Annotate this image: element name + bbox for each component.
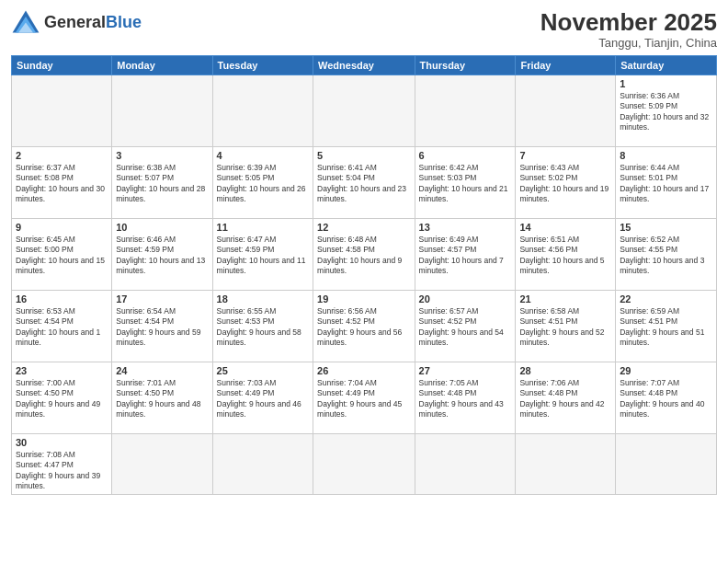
table-row [212, 433, 313, 495]
col-tuesday: Tuesday [212, 55, 313, 75]
day-number: 25 [217, 365, 309, 376]
day-info: Sunrise: 6:37 AM Sunset: 5:08 PM Dayligh… [16, 163, 108, 205]
day-info: Sunrise: 7:03 AM Sunset: 4:49 PM Dayligh… [217, 378, 309, 420]
header: GeneralBlue November 2025 Tanggu, Tianji… [11, 9, 717, 50]
day-info: Sunrise: 6:49 AM Sunset: 4:57 PM Dayligh… [419, 235, 512, 277]
day-number: 13 [419, 222, 512, 233]
day-number: 27 [419, 365, 512, 376]
table-row [313, 433, 415, 495]
table-row [516, 75, 616, 146]
day-number: 29 [620, 365, 712, 376]
table-row: 18Sunrise: 6:55 AM Sunset: 4:53 PM Dayli… [212, 290, 313, 362]
day-info: Sunrise: 6:47 AM Sunset: 4:59 PM Dayligh… [217, 235, 309, 277]
page-container: GeneralBlue November 2025 Tanggu, Tianji… [0, 0, 728, 563]
col-sunday: Sunday [12, 55, 112, 75]
day-info: Sunrise: 6:46 AM Sunset: 4:59 PM Dayligh… [116, 235, 208, 277]
table-row [313, 75, 415, 146]
day-info: Sunrise: 6:36 AM Sunset: 5:09 PM Dayligh… [620, 91, 712, 133]
day-info: Sunrise: 7:06 AM Sunset: 4:48 PM Dayligh… [519, 378, 611, 420]
day-number: 21 [519, 293, 611, 304]
day-info: Sunrise: 7:01 AM Sunset: 4:50 PM Dayligh… [116, 378, 208, 420]
table-row [616, 433, 717, 495]
table-row [415, 433, 516, 495]
day-number: 10 [116, 222, 208, 233]
day-number: 18 [217, 293, 309, 304]
day-number: 16 [16, 293, 108, 304]
day-info: Sunrise: 6:54 AM Sunset: 4:54 PM Dayligh… [116, 306, 208, 349]
col-thursday: Thursday [415, 55, 516, 75]
col-friday: Friday [516, 55, 616, 75]
table-row: 16Sunrise: 6:53 AM Sunset: 4:54 PM Dayli… [12, 290, 112, 362]
table-row: 22Sunrise: 6:59 AM Sunset: 4:51 PM Dayli… [616, 290, 717, 362]
day-info: Sunrise: 6:58 AM Sunset: 4:51 PM Dayligh… [519, 306, 611, 349]
day-number: 6 [419, 150, 512, 161]
table-row: 28Sunrise: 7:06 AM Sunset: 4:48 PM Dayli… [516, 362, 616, 433]
day-number: 5 [317, 150, 411, 161]
col-monday: Monday [112, 55, 212, 75]
day-info: Sunrise: 7:08 AM Sunset: 4:47 PM Dayligh… [16, 450, 108, 492]
table-row: 21Sunrise: 6:58 AM Sunset: 4:51 PM Dayli… [516, 290, 616, 362]
day-number: 15 [620, 222, 712, 233]
table-row: 1Sunrise: 6:36 AM Sunset: 5:09 PM Daylig… [616, 75, 717, 146]
title-area: November 2025 Tanggu, Tianjin, China [540, 9, 717, 50]
day-number: 17 [116, 293, 208, 304]
logo-general: General [44, 13, 106, 31]
logo-blue: Blue [106, 13, 142, 31]
day-info: Sunrise: 7:00 AM Sunset: 4:50 PM Dayligh… [16, 378, 108, 420]
table-row: 10Sunrise: 6:46 AM Sunset: 4:59 PM Dayli… [112, 218, 212, 290]
day-number: 22 [620, 293, 712, 304]
day-number: 7 [519, 150, 611, 161]
day-info: Sunrise: 7:05 AM Sunset: 4:48 PM Dayligh… [419, 378, 512, 420]
day-number: 9 [16, 222, 108, 233]
day-number: 3 [116, 150, 208, 161]
day-info: Sunrise: 6:38 AM Sunset: 5:07 PM Dayligh… [116, 163, 208, 205]
day-number: 4 [217, 150, 309, 161]
calendar-week-row: 23Sunrise: 7:00 AM Sunset: 4:50 PM Dayli… [12, 362, 717, 433]
table-row [415, 75, 516, 146]
table-row: 13Sunrise: 6:49 AM Sunset: 4:57 PM Dayli… [415, 218, 516, 290]
calendar-week-row: 30Sunrise: 7:08 AM Sunset: 4:47 PM Dayli… [12, 433, 717, 495]
calendar-header-row: Sunday Monday Tuesday Wednesday Thursday… [12, 55, 717, 75]
table-row: 2Sunrise: 6:37 AM Sunset: 5:08 PM Daylig… [12, 146, 112, 218]
calendar-week-row: 1Sunrise: 6:36 AM Sunset: 5:09 PM Daylig… [12, 75, 717, 146]
day-info: Sunrise: 6:41 AM Sunset: 5:04 PM Dayligh… [317, 163, 411, 205]
day-info: Sunrise: 6:56 AM Sunset: 4:52 PM Dayligh… [317, 306, 411, 349]
table-row [516, 433, 616, 495]
table-row [112, 433, 212, 495]
table-row: 11Sunrise: 6:47 AM Sunset: 4:59 PM Dayli… [212, 218, 313, 290]
table-row: 6Sunrise: 6:42 AM Sunset: 5:03 PM Daylig… [415, 146, 516, 218]
day-number: 12 [317, 222, 411, 233]
month-year: November 2025 [540, 9, 717, 36]
day-info: Sunrise: 6:45 AM Sunset: 5:00 PM Dayligh… [16, 235, 108, 277]
day-info: Sunrise: 6:39 AM Sunset: 5:05 PM Dayligh… [217, 163, 309, 205]
day-info: Sunrise: 6:44 AM Sunset: 5:01 PM Dayligh… [620, 163, 712, 205]
day-info: Sunrise: 7:04 AM Sunset: 4:49 PM Dayligh… [317, 378, 411, 420]
day-info: Sunrise: 6:51 AM Sunset: 4:56 PM Dayligh… [519, 235, 611, 277]
calendar-week-row: 16Sunrise: 6:53 AM Sunset: 4:54 PM Dayli… [12, 290, 717, 362]
calendar-week-row: 9Sunrise: 6:45 AM Sunset: 5:00 PM Daylig… [12, 218, 717, 290]
calendar-week-row: 2Sunrise: 6:37 AM Sunset: 5:08 PM Daylig… [12, 146, 717, 218]
day-number: 30 [16, 437, 108, 448]
day-number: 14 [519, 222, 611, 233]
day-number: 1 [620, 78, 712, 89]
day-number: 2 [16, 150, 108, 161]
table-row: 25Sunrise: 7:03 AM Sunset: 4:49 PM Dayli… [212, 362, 313, 433]
day-info: Sunrise: 6:53 AM Sunset: 4:54 PM Dayligh… [16, 306, 108, 349]
table-row: 19Sunrise: 6:56 AM Sunset: 4:52 PM Dayli… [313, 290, 415, 362]
day-number: 11 [217, 222, 309, 233]
col-wednesday: Wednesday [313, 55, 415, 75]
table-row: 29Sunrise: 7:07 AM Sunset: 4:48 PM Dayli… [616, 362, 717, 433]
day-number: 28 [519, 365, 611, 376]
table-row: 17Sunrise: 6:54 AM Sunset: 4:54 PM Dayli… [112, 290, 212, 362]
day-number: 24 [116, 365, 208, 376]
day-number: 26 [317, 365, 411, 376]
calendar: Sunday Monday Tuesday Wednesday Thursday… [11, 55, 717, 496]
table-row: 23Sunrise: 7:00 AM Sunset: 4:50 PM Dayli… [12, 362, 112, 433]
day-info: Sunrise: 6:55 AM Sunset: 4:53 PM Dayligh… [217, 306, 309, 349]
day-number: 20 [419, 293, 512, 304]
day-number: 23 [16, 365, 108, 376]
day-number: 19 [317, 293, 411, 304]
logo: GeneralBlue [11, 9, 142, 35]
day-number: 8 [620, 150, 712, 161]
day-info: Sunrise: 6:48 AM Sunset: 4:58 PM Dayligh… [317, 235, 411, 277]
